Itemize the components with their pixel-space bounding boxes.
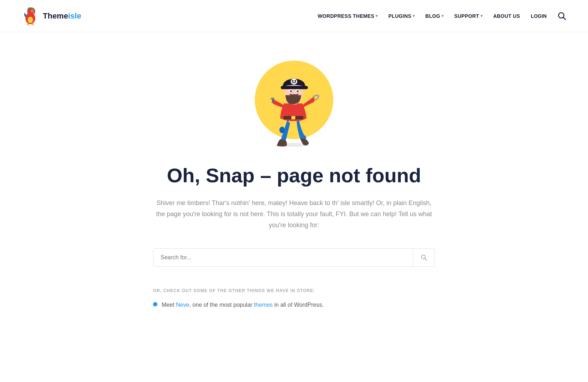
svg-point-16 [296, 90, 299, 92]
svg-point-18 [298, 91, 298, 91]
bullet-dot-icon [153, 302, 157, 306]
search-icon-button[interactable] [557, 11, 567, 21]
search-input[interactable] [153, 249, 413, 266]
svg-point-15 [290, 90, 292, 92]
search-icon [557, 11, 567, 21]
svg-line-26 [425, 259, 427, 261]
bullet-text: Meet Neve, one of the most popular theme… [162, 300, 324, 310]
pirate-illustration: ? [237, 54, 351, 153]
svg-point-21 [292, 80, 294, 82]
site-logo[interactable]: Themeisle [21, 6, 81, 26]
search-submit-button[interactable] [413, 249, 435, 266]
chevron-down-icon: ▾ [442, 14, 443, 18]
svg-point-24 [279, 127, 285, 133]
main-content: ? Oh, Snap – page not found Shiver me ti… [80, 32, 508, 338]
nav-login[interactable]: LOGIN [531, 13, 547, 19]
parrot-icon [21, 6, 39, 26]
chevron-down-icon: ▾ [376, 14, 377, 18]
svg-rect-10 [292, 116, 295, 119]
nav-wordpress-themes[interactable]: WORDPRESS THEMES ▾ [318, 13, 377, 19]
pirate-icon: ? [248, 57, 340, 150]
search-bar-container [153, 248, 435, 267]
svg-line-7 [563, 17, 566, 20]
page-title: Oh, Snap – page not found [167, 164, 421, 187]
svg-point-17 [291, 91, 292, 91]
search-icon [420, 254, 427, 261]
svg-point-4 [33, 11, 33, 11]
site-header: Themeisle WORDPRESS THEMES ▾ PLUGINS ▾ B… [0, 0, 588, 32]
page-subtitle: Shiver me timbers! Thar's nothin' here, … [153, 198, 435, 230]
check-out-section: OR, CHECK OUT SOME OF THE OTHER THINGS W… [153, 288, 435, 310]
svg-point-3 [32, 10, 34, 12]
nav-blog[interactable]: BLOG ▾ [425, 13, 443, 19]
svg-point-5 [28, 17, 33, 23]
nav-support[interactable]: SUPPORT ▾ [454, 13, 482, 19]
svg-rect-19 [281, 86, 308, 89]
neve-link[interactable]: Neve [176, 302, 189, 308]
check-out-label: OR, CHECK OUT SOME OF THE OTHER THINGS W… [153, 288, 435, 293]
svg-point-20 [291, 78, 298, 85]
chevron-down-icon: ▾ [481, 14, 482, 18]
nav-about-us[interactable]: ABOUT US [493, 13, 520, 19]
list-item: Meet Neve, one of the most popular theme… [153, 300, 435, 310]
nav-plugins[interactable]: PLUGINS ▾ [388, 13, 415, 19]
chevron-down-icon: ▾ [413, 14, 415, 18]
main-nav: WORDPRESS THEMES ▾ PLUGINS ▾ BLOG ▾ SUPP… [318, 11, 567, 21]
themes-link[interactable]: themes [254, 302, 273, 308]
logo-text: Themeisle [43, 11, 81, 21]
svg-text:?: ? [270, 96, 274, 104]
svg-point-22 [294, 80, 296, 82]
